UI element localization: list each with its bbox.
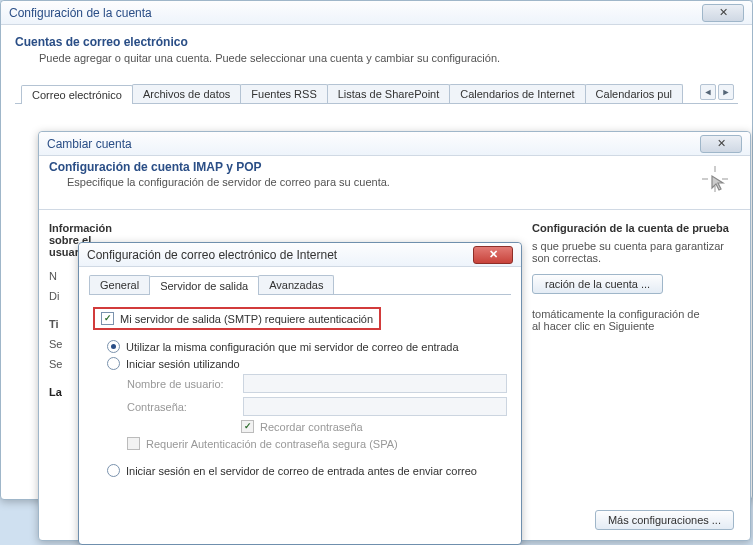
tab-listas-sharepoint[interactable]: Listas de SharePoint <box>327 84 451 103</box>
internet-tabs: General Servidor de salida Avanzadas <box>89 275 511 295</box>
titlebar: Configuración de correo electrónico de I… <box>79 243 521 267</box>
test-config-label: Configuración de la cuenta de prueba <box>532 216 740 236</box>
smtp-auth-highlight: Mi servidor de salida (SMTP) requiere au… <box>93 307 381 330</box>
username-input[interactable] <box>243 374 507 393</box>
close-button[interactable]: ✕ <box>700 135 742 153</box>
login-using-radio[interactable] <box>107 357 120 370</box>
tab-calendarios-publicados[interactable]: Calendarios pul <box>585 84 683 103</box>
tab-scroll-right-icon[interactable]: ► <box>718 84 734 100</box>
smtp-auth-label: Mi servidor de salida (SMTP) requiere au… <box>120 313 373 325</box>
header-subtext: Especifique la configuración de servidor… <box>67 176 690 188</box>
username-label: Nombre de usuario: <box>127 378 237 390</box>
tab-scroll-arrows: ◄ ► <box>700 84 738 103</box>
titlebar: Configuración de la cuenta ✕ <box>1 1 752 25</box>
password-input[interactable] <box>243 397 507 416</box>
login-before-send-label: Iniciar sesión en el servidor de correo … <box>126 465 477 477</box>
login-using-label: Iniciar sesión utilizando <box>126 358 240 370</box>
spa-checkbox[interactable] <box>127 437 140 450</box>
smtp-auth-checkbox[interactable] <box>101 312 114 325</box>
test-config-text: s que pruebe su cuenta para garantizar <box>532 240 740 252</box>
tab-archivos-de-datos[interactable]: Archivos de datos <box>132 84 241 103</box>
tab-avanzadas[interactable]: Avanzadas <box>258 275 334 294</box>
section-subtext: Puede agregar o quitar una cuenta. Puede… <box>39 52 738 64</box>
tab-fuentes-rss[interactable]: Fuentes RSS <box>240 84 327 103</box>
tab-servidor-de-salida[interactable]: Servidor de salida <box>149 276 259 295</box>
test-account-button[interactable]: ración de la cuenta ... <box>532 274 663 294</box>
spa-label: Requerir Autenticación de contraseña seg… <box>146 438 398 450</box>
close-button[interactable]: ✕ <box>702 4 744 22</box>
dialog-title: Cambiar cuenta <box>47 137 700 151</box>
cursor-icon <box>700 160 740 201</box>
tab-calendarios-internet[interactable]: Calendarios de Internet <box>449 84 585 103</box>
close-button[interactable]: ✕ <box>473 246 513 264</box>
dialog-title: Configuración de correo electrónico de I… <box>87 248 473 262</box>
internet-email-config-dialog: Configuración de correo electrónico de I… <box>78 242 522 545</box>
login-before-send-radio[interactable] <box>107 464 120 477</box>
header-title: Configuración de cuenta IMAP y POP <box>49 160 690 174</box>
tab-general[interactable]: General <box>89 275 150 294</box>
tab-correo-electronico[interactable]: Correo electrónico <box>21 85 133 104</box>
account-tabs: Correo electrónico Archivos de datos Fue… <box>15 84 738 104</box>
titlebar: Cambiar cuenta ✕ <box>39 132 750 156</box>
auto-test-text: tomáticamente la configuración de <box>532 308 740 320</box>
section-heading: Cuentas de correo electrónico <box>15 35 738 49</box>
dialog-header: Configuración de cuenta IMAP y POP Espec… <box>39 156 750 210</box>
dialog-title: Configuración de la cuenta <box>9 6 702 20</box>
remember-password-label: Recordar contraseña <box>260 421 363 433</box>
test-config-text: son correctas. <box>532 252 740 264</box>
more-settings-button[interactable]: Más configuraciones ... <box>595 510 734 530</box>
auto-test-text: al hacer clic en Siguiente <box>532 320 740 332</box>
use-same-settings-radio[interactable] <box>107 340 120 353</box>
remember-password-checkbox[interactable] <box>241 420 254 433</box>
use-same-settings-label: Utilizar la misma configuración que mi s… <box>126 341 459 353</box>
tab-scroll-left-icon[interactable]: ◄ <box>700 84 716 100</box>
password-label: Contraseña: <box>127 401 237 413</box>
